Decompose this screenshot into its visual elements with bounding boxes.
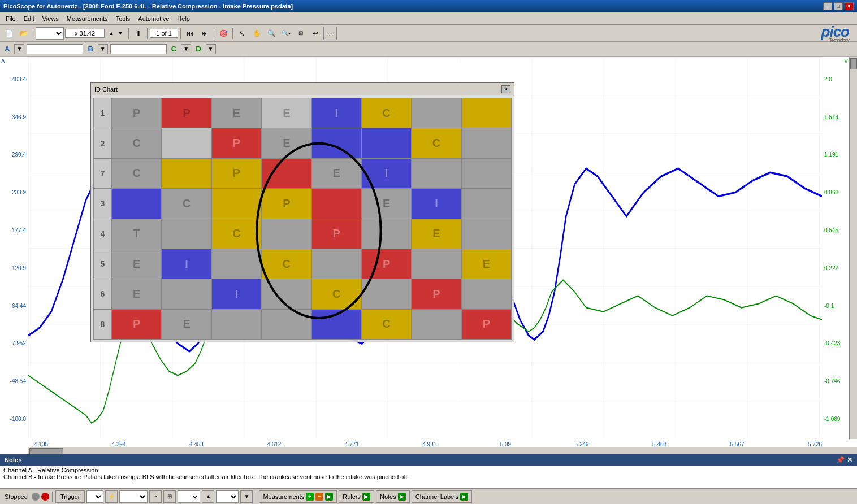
channel-d-label: D	[193, 45, 203, 53]
channel-a-input[interactable]	[27, 44, 83, 54]
y-val-2: 346.9	[0, 114, 28, 120]
channel-b-input[interactable]	[110, 44, 167, 54]
trigger-button[interactable]: Trigger	[55, 490, 85, 503]
level-down-btn[interactable]: ▼	[240, 490, 253, 503]
zoom-fit-btn[interactable]: ⊞	[294, 27, 308, 40]
main-window: PicoScope for Autonerdz - [2008 Ford F-2…	[0, 0, 857, 504]
stopped-label: Stopped	[2, 493, 30, 500]
id-chart-body: 1 P P E E I C 2 C	[91, 95, 514, 342]
menu-file[interactable]: File	[2, 14, 19, 23]
y-val-6: 120.9	[0, 265, 28, 271]
pause-button[interactable]: ⏸	[131, 27, 145, 40]
menu-edit[interactable]: Edit	[20, 14, 38, 23]
stopped-indicator-gray	[32, 493, 40, 501]
trigger-icon-btn[interactable]: ⚡	[105, 490, 118, 503]
id-row-5: 5 E I C P E	[94, 249, 512, 279]
menu-tools[interactable]: Tools	[112, 14, 134, 23]
stopped-indicator-red	[41, 493, 49, 501]
y-axis-right: V 2.0 1.514 1.191 0.868 0.545 0.222 -0.1…	[822, 57, 849, 439]
notes-title: Notes	[5, 457, 22, 463]
window-title: PicoScope for Autonerdz - [2008 Ford F-2…	[3, 3, 293, 10]
channel-a-label: A	[2, 45, 12, 53]
y-val-5: 177.4	[0, 227, 28, 233]
y-rval-9: -0.746	[822, 378, 849, 384]
y-rval-6: 0.222	[822, 265, 849, 271]
cursor-btn[interactable]: ↖	[235, 27, 249, 40]
close-button[interactable]: ✕	[845, 2, 854, 10]
notes-arr-icon: ▶	[398, 493, 406, 501]
maximize-button[interactable]: □	[834, 2, 843, 10]
channel-b-settings[interactable]: ▼	[98, 44, 108, 54]
measurements-sub-icon: −	[315, 493, 323, 501]
notes-button[interactable]: Notes ▶	[376, 490, 410, 503]
toolbar-sep-5	[214, 28, 214, 39]
y-axis-left: A 403.4 346.9 290.4 233.9 177.4 120.9 64…	[0, 57, 28, 439]
hand-btn[interactable]: ✋	[250, 27, 263, 40]
undo-btn[interactable]: ↩	[309, 27, 322, 40]
y-rval-3: 1.191	[822, 151, 849, 158]
zoom-out-btn[interactable]: 🔍-	[279, 27, 293, 40]
zoom-down-btn[interactable]: ▼	[116, 27, 125, 40]
menu-views[interactable]: Views	[39, 14, 62, 23]
toolbar: 📄 📂 x 31.42 ▲ ▼ ⏸ 1 of 1 ⏮ ⏭ 🎯 ↖ ✋ 🔍 🔍- …	[0, 25, 857, 42]
measure-btn[interactable]: ···	[323, 27, 337, 40]
y-val-7: 64.44	[0, 303, 28, 309]
id-row-7: 7 C P E I	[94, 158, 512, 188]
id-row-3: 3 C P E I	[94, 189, 512, 219]
notes-close-btn[interactable]: ✕	[847, 456, 852, 464]
channel-a-settings[interactable]: ▼	[14, 44, 24, 54]
scope-container: A 403.4 346.9 290.4 233.9 177.4 120.9 64…	[0, 57, 857, 455]
y-val-9: -48.54	[0, 378, 28, 384]
id-chart-close-button[interactable]: ✕	[501, 85, 510, 93]
id-chart-table: 1 P P E E I C 2 C	[93, 98, 512, 340]
go-start-btn[interactable]: ⏮	[183, 27, 197, 40]
y-label-a: A	[1, 58, 5, 64]
h-scrollbar[interactable]	[28, 447, 857, 455]
id-row-8: 8 P E C P	[94, 309, 512, 339]
y-rval-1: 2.0	[822, 76, 849, 82]
measurements-add-icon: +	[306, 493, 314, 501]
status-sep-1	[52, 492, 53, 502]
minimize-button[interactable]: _	[823, 2, 832, 10]
notes-pin-btn[interactable]: 📌	[836, 456, 845, 464]
channel-c-settings[interactable]: ▼	[181, 44, 191, 54]
status-sep-2	[256, 492, 256, 502]
waveform-btn-1[interactable]: ~	[149, 490, 162, 503]
pico-logo: pico Technology	[821, 23, 855, 43]
level-select[interactable]	[178, 490, 200, 503]
notes-controls: 📌 ✕	[836, 456, 852, 464]
level-select-2[interactable]	[216, 490, 239, 503]
y-right-unit: V	[844, 58, 848, 64]
id-chart-header: ID Chart ✕	[91, 83, 514, 95]
status-bar: Stopped Trigger ⚡ ~ ⊞ ▲ ▼ Measurements +…	[0, 488, 857, 504]
new-button[interactable]: 📄	[2, 27, 16, 40]
channel-labels-arr-icon: ▶	[460, 493, 468, 501]
menu-automotive[interactable]: Automotive	[135, 14, 172, 23]
window-controls: _ □ ✕	[823, 2, 854, 10]
trigger-select[interactable]	[86, 490, 103, 503]
zoom-select[interactable]	[36, 27, 64, 40]
level-up-btn[interactable]: ▲	[202, 490, 214, 503]
menu-help[interactable]: Help	[174, 14, 193, 23]
y-val-4: 233.9	[0, 189, 28, 195]
toolbar-sep-2	[128, 28, 129, 39]
y-rval-8: -0.423	[822, 340, 849, 346]
id-chart: ID Chart ✕ 1 P P E E I C	[90, 82, 514, 342]
measurements-button[interactable]: Measurements + − ▶	[259, 490, 337, 503]
zoom-in-btn[interactable]: 🔍	[265, 27, 278, 40]
target-btn[interactable]: 🎯	[217, 27, 230, 40]
zoom-up-btn[interactable]: ▲	[107, 27, 116, 40]
measurements-arr-icon: ▶	[325, 493, 333, 501]
v-scrollbar[interactable]	[849, 57, 857, 439]
channel-labels-button[interactable]: Channel Labels ▶	[412, 490, 472, 503]
trigger-mode-select[interactable]	[119, 490, 148, 503]
go-end-btn[interactable]: ⏭	[198, 27, 211, 40]
waveform-btn-2[interactable]: ⊞	[163, 490, 176, 503]
title-bar: PicoScope for Autonerdz - [2008 Ford F-2…	[0, 0, 857, 12]
menu-measurements[interactable]: Measurements	[63, 14, 111, 23]
y-val-10: -100.0	[0, 416, 28, 422]
channel-d-settings[interactable]: ▼	[206, 44, 216, 54]
id-row-2: 2 C P E C	[94, 128, 512, 158]
rulers-button[interactable]: Rulers ▶	[339, 490, 374, 503]
open-button[interactable]: 📂	[17, 27, 31, 40]
